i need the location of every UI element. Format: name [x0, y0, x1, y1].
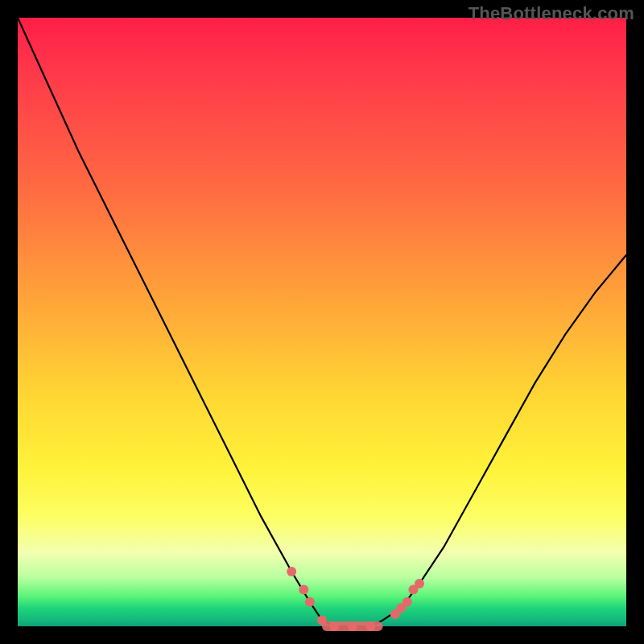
curve-marker	[348, 621, 357, 631]
curve-marker	[287, 567, 296, 576]
bottleneck-curve-svg	[18, 18, 626, 626]
curve-marker	[366, 621, 376, 631]
curve-marker	[329, 621, 339, 631]
curve-marker	[402, 597, 412, 607]
curve-marker	[317, 615, 327, 625]
bottleneck-curve-line	[18, 18, 626, 626]
chart-plot-area	[18, 18, 626, 626]
watermark-text: TheBottleneck.com	[469, 3, 634, 24]
curve-marker	[415, 579, 424, 588]
curve-marker	[299, 585, 308, 595]
curve-marker	[305, 597, 315, 607]
